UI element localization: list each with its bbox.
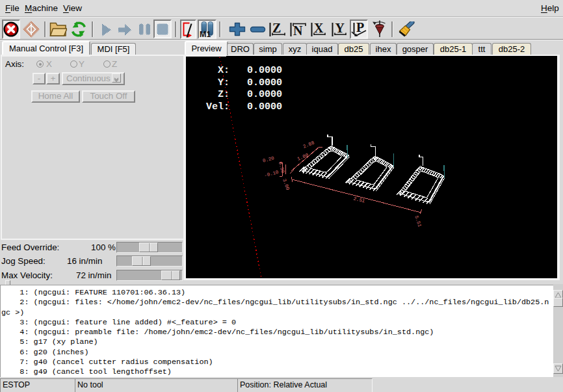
svg-text:M1: M1 [200, 30, 211, 38]
svg-text:X: X [314, 22, 324, 35]
svg-text:1.00: 1.00 [296, 152, 309, 161]
svg-text:2.88: 2.88 [302, 140, 315, 150]
svg-text:Z: Z [272, 22, 281, 35]
svg-text:-0.10: -0.10 [264, 170, 280, 179]
svg-text:N: N [293, 23, 303, 37]
svg-text:0.30: 0.30 [278, 161, 286, 174]
svg-text:2.51: 2.51 [353, 196, 366, 203]
svg-text:Y: Y [335, 22, 345, 35]
svg-text:5.51: 5.51 [413, 215, 422, 228]
svg-text:3.00: 3.00 [282, 178, 291, 191]
svg-text:0.20: 0.20 [262, 155, 275, 164]
